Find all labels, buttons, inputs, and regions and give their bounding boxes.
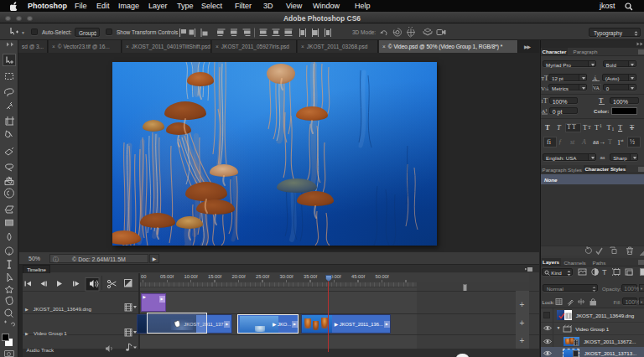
svg-text:T: T (599, 97, 604, 105)
svg-text:T: T (543, 97, 548, 105)
svg-text:ᴛT: ᴛT (542, 75, 548, 82)
svg-text:T: T (602, 268, 607, 276)
